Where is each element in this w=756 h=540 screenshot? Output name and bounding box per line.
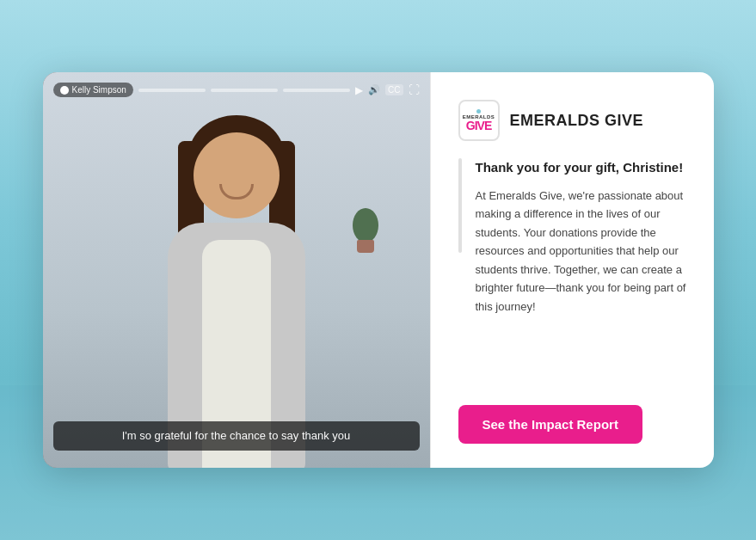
cta-section: See the Impact Report <box>458 405 686 444</box>
user-icon <box>60 86 69 95</box>
vertical-divider <box>458 158 462 253</box>
person-figure <box>116 107 357 468</box>
person-smile <box>219 184 254 199</box>
video-controls-bar: Kelly Simpson ▶ 🔊 CC ⛶ <box>43 83 430 97</box>
person-face <box>194 132 280 218</box>
plant-pot <box>357 240 374 253</box>
user-badge: Kelly Simpson <box>53 83 133 97</box>
message-content: Thank you for your gift, Christine! At E… <box>476 158 686 381</box>
org-header: EMERALDS GIVE EMERALDS GIVE <box>458 100 686 141</box>
thank-you-title: Thank you for your gift, Christine! <box>476 158 686 176</box>
progress-bar-3[interactable] <box>283 89 350 92</box>
progress-bar-1[interactable] <box>138 89 206 92</box>
content-panel: EMERALDS GIVE EMERALDS GIVE Thank you fo… <box>430 72 714 468</box>
fullscreen-button[interactable]: ⛶ <box>409 83 420 96</box>
video-panel: Kelly Simpson ▶ 🔊 CC ⛶ I'm so grateful f… <box>43 72 430 468</box>
play-button[interactable]: ▶ <box>355 84 363 96</box>
logo-bottom-text: GIVE <box>466 120 491 132</box>
user-name-label: Kelly Simpson <box>72 85 126 95</box>
video-caption: I'm so grateful for the chance to say th… <box>53 421 420 451</box>
org-logo: EMERALDS GIVE <box>458 100 500 141</box>
volume-button[interactable]: 🔊 <box>368 84 380 95</box>
main-card: Kelly Simpson ▶ 🔊 CC ⛶ I'm so grateful f… <box>43 72 714 468</box>
progress-bar-2[interactable] <box>211 89 278 92</box>
logo-dot <box>476 109 481 114</box>
org-name: EMERALDS GIVE <box>510 112 644 130</box>
cc-button[interactable]: CC <box>385 84 403 95</box>
message-body: At Emeralds Give, we're passionate about… <box>476 187 686 316</box>
message-section: Thank you for your gift, Christine! At E… <box>458 158 686 381</box>
impact-report-button[interactable]: See the Impact Report <box>458 405 642 444</box>
